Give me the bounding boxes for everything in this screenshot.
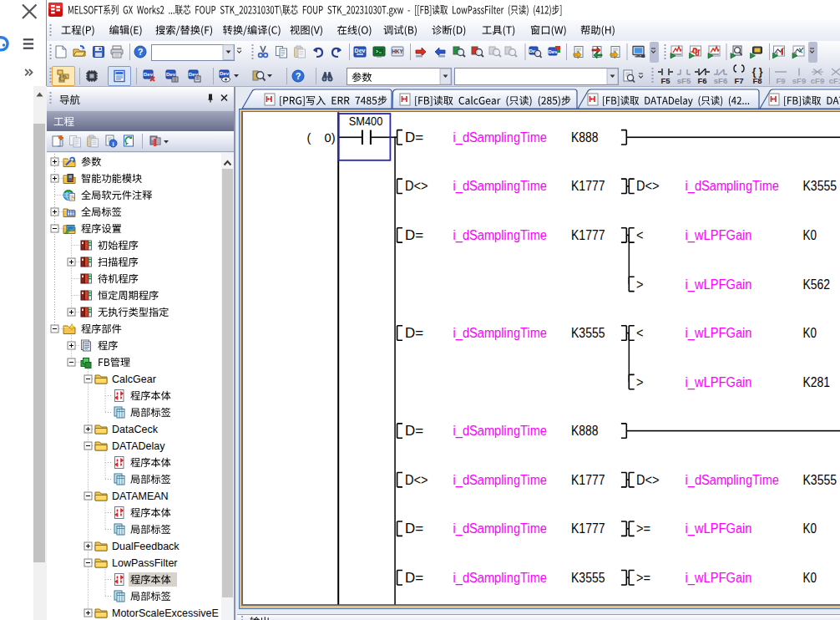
svg-text:i_wLPFGain: i_wLPFGain — [686, 228, 752, 243]
svg-text:K1777: K1777 — [571, 179, 605, 193]
svg-text:D=: D= — [405, 228, 423, 242]
svg-text:>: > — [636, 277, 644, 292]
svg-text:( 0): ( 0) — [307, 131, 336, 145]
svg-text:F9: F9 — [776, 76, 785, 85]
svg-text:i_wLPFGain: i_wLPFGain — [686, 277, 752, 292]
svg-text:D=: D= — [405, 130, 423, 145]
svg-text:LowPassFilter: LowPassFilter — [112, 557, 178, 569]
svg-text:K0: K0 — [803, 521, 817, 536]
svg-text:F5: F5 — [660, 76, 670, 85]
svg-text:K3555: K3555 — [571, 326, 605, 340]
svg-text:K1777: K1777 — [571, 228, 605, 242]
svg-text:D=: D= — [405, 424, 423, 438]
svg-text:?: ? — [138, 47, 144, 57]
svg-text:F6: F6 — [697, 76, 706, 85]
svg-text:K1777: K1777 — [571, 521, 605, 536]
svg-text:sF6: sF6 — [714, 76, 727, 85]
svg-text:CalcGear: CalcGear — [112, 374, 156, 385]
svg-text:HKY: HKY — [392, 48, 403, 54]
svg-text:K281: K281 — [803, 375, 831, 389]
svg-text:D<>: D<> — [636, 473, 660, 487]
svg-text:K888: K888 — [571, 130, 599, 145]
svg-text:K0: K0 — [803, 571, 817, 585]
svg-text:DualFeedback: DualFeedback — [112, 541, 180, 552]
svg-text:i_dSamplingTime: i_dSamplingTime — [686, 179, 780, 194]
svg-text:?: ? — [296, 71, 301, 81]
svg-text:D<>: D<> — [405, 179, 428, 193]
svg-text:SM400: SM400 — [349, 114, 383, 128]
svg-text:DATADelay: DATADelay — [112, 440, 165, 452]
svg-text:Dev: Dev — [166, 72, 176, 77]
svg-text:>: > — [636, 375, 644, 389]
svg-text:K888: K888 — [571, 424, 599, 438]
svg-text:D=: D= — [405, 571, 423, 585]
svg-text:Dev: Dev — [144, 72, 154, 77]
svg-text:Dev: Dev — [220, 71, 230, 76]
svg-text:K562: K562 — [803, 277, 831, 292]
svg-text:K0: K0 — [803, 326, 817, 340]
svg-text:F8: F8 — [752, 76, 762, 85]
svg-text:i_dSamplingTime: i_dSamplingTime — [453, 228, 548, 243]
svg-text:sF5: sF5 — [677, 76, 691, 85]
svg-text:i_dSamplingTime: i_dSamplingTime — [686, 473, 780, 488]
svg-text:D=: D= — [405, 521, 423, 536]
svg-text:<: < — [636, 228, 644, 242]
svg-text:sF9: sF9 — [792, 76, 806, 85]
svg-text:DataCeck: DataCeck — [112, 424, 159, 435]
svg-text:K3555: K3555 — [571, 571, 605, 585]
svg-text:i_dSamplingTime: i_dSamplingTime — [453, 130, 548, 145]
svg-text:D<>: D<> — [636, 179, 660, 193]
svg-text:i_dSamplingTime: i_dSamplingTime — [453, 424, 548, 439]
svg-text:i_wLPFGain: i_wLPFGain — [686, 375, 752, 390]
svg-text:K1777: K1777 — [571, 473, 605, 487]
svg-text:K3555: K3555 — [803, 473, 837, 487]
svg-text:Dev: Dev — [548, 49, 558, 54]
svg-text:K3555: K3555 — [803, 179, 837, 193]
svg-text:cF1: cF1 — [829, 76, 840, 85]
svg-text:K0: K0 — [803, 228, 817, 242]
svg-text:i_dSamplingTime: i_dSamplingTime — [453, 521, 548, 536]
svg-text:>=: >= — [636, 571, 650, 585]
svg-text:i: i — [112, 140, 114, 148]
svg-text:i_dSamplingTime: i_dSamplingTime — [453, 326, 548, 341]
svg-text:i_dSamplingTime: i_dSamplingTime — [453, 571, 548, 586]
svg-text:i_dSamplingTime: i_dSamplingTime — [453, 179, 548, 194]
svg-text:cF9: cF9 — [811, 76, 824, 85]
svg-text:D=: D= — [405, 326, 423, 340]
svg-text:Dev: Dev — [355, 48, 366, 53]
svg-text:F7: F7 — [734, 76, 743, 85]
svg-text:D<>: D<> — [405, 473, 428, 487]
svg-text:i_dSamplingTime: i_dSamplingTime — [453, 473, 548, 488]
svg-text:<: < — [636, 326, 644, 340]
svg-text:i_wLPFGain: i_wLPFGain — [686, 326, 752, 341]
svg-text:MotorScaleExcessiveE: MotorScaleExcessiveE — [112, 607, 219, 619]
svg-text:i_wLPFGain: i_wLPFGain — [686, 521, 752, 536]
svg-text:DATAMEAN: DATAMEAN — [112, 490, 169, 502]
svg-text:>=: >= — [636, 521, 650, 536]
svg-text:i_wLPFGain: i_wLPFGain — [686, 571, 752, 586]
